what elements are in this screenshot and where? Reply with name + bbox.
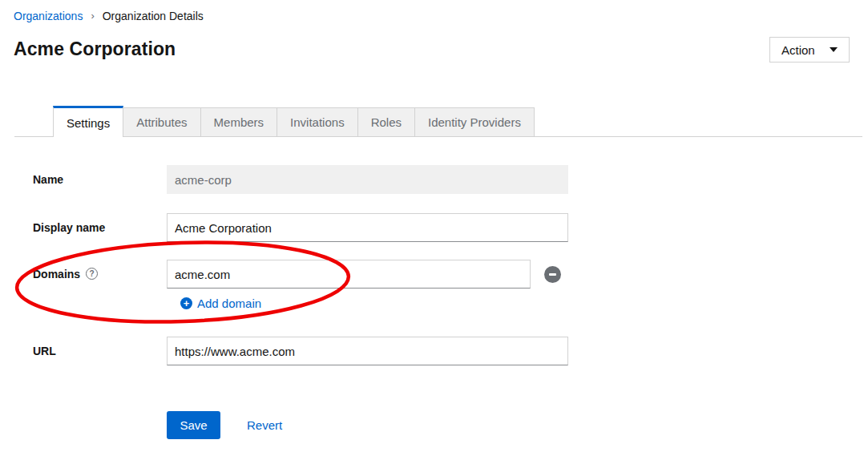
plus-circle-icon: +: [180, 297, 192, 309]
display-name-label: Display name: [33, 221, 105, 234]
form-actions: Save Revert: [167, 411, 862, 439]
question-circle-icon[interactable]: ?: [86, 268, 98, 280]
domain-entry-row: [167, 260, 561, 289]
action-dropdown-label: Action: [781, 43, 815, 57]
tab-identity-providers[interactable]: Identity Providers: [415, 107, 535, 136]
name-field-row: Name: [33, 165, 862, 194]
breadcrumb: Organizations › Organization Details: [14, 10, 862, 22]
revert-button[interactable]: Revert: [247, 418, 282, 432]
organization-details-page: Organizations › Organization Details Acm…: [0, 0, 868, 439]
add-domain-button[interactable]: + Add domain: [180, 297, 261, 310]
tab-roles[interactable]: Roles: [358, 107, 415, 136]
tab-members[interactable]: Members: [201, 107, 278, 136]
name-label: Name: [33, 173, 63, 186]
tab-settings[interactable]: Settings: [53, 106, 123, 137]
minus-circle-icon: [549, 273, 556, 276]
url-field-row: URL: [33, 337, 862, 365]
page-header: Acme Corporation Action: [14, 37, 862, 67]
breadcrumb-link-organizations[interactable]: Organizations: [14, 10, 83, 22]
action-dropdown-button[interactable]: Action: [769, 37, 850, 63]
display-name-field-row: Display name: [33, 213, 862, 242]
domains-field-row: Domains ? + Add domain: [33, 260, 862, 310]
display-name-input[interactable]: [167, 213, 568, 242]
tab-invitations[interactable]: Invitations: [277, 107, 358, 136]
caret-down-icon: [830, 47, 838, 52]
page-title: Acme Corporation: [14, 37, 176, 61]
save-button[interactable]: Save: [167, 411, 220, 439]
breadcrumb-separator-icon: ›: [91, 10, 94, 22]
tab-attributes[interactable]: Attributes: [123, 107, 200, 136]
tab-bar: Settings Attributes Members Invitations …: [14, 106, 862, 137]
breadcrumb-current: Organization Details: [103, 10, 204, 22]
url-label: URL: [33, 345, 56, 357]
settings-form: Name Display name Domains ?: [33, 165, 862, 439]
add-domain-label: Add domain: [197, 297, 261, 310]
remove-domain-button[interactable]: [544, 266, 561, 283]
domain-input[interactable]: [167, 260, 531, 289]
name-input: [167, 165, 568, 194]
url-input[interactable]: [167, 337, 568, 365]
domains-label: Domains: [33, 268, 80, 280]
